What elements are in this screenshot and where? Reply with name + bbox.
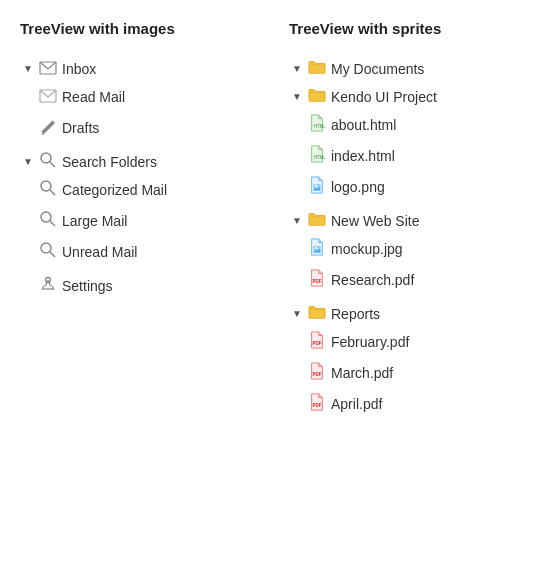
- svg-point-20: [315, 247, 317, 249]
- tree-item-abouthtml[interactable]: HTML about.html: [289, 112, 538, 137]
- svg-point-5: [41, 153, 51, 163]
- label-aprilpdf: April.pdf: [331, 396, 382, 412]
- settings-icon: [39, 275, 57, 296]
- inbox-icon: [39, 58, 57, 79]
- arrow-kendoproject[interactable]: [291, 91, 303, 103]
- tree-node-newwebsite: New Web Site mockup.jpg PDF Research.pdf: [289, 205, 538, 298]
- svg-point-18: [315, 185, 317, 187]
- label-largemail: Large Mail: [62, 213, 127, 229]
- label-mydocs: My Documents: [331, 61, 424, 77]
- tree-item-drafts[interactable]: Drafts: [20, 115, 269, 140]
- tree-item-mockupjpg[interactable]: mockup.jpg: [289, 236, 538, 261]
- svg-text:PDF: PDF: [313, 341, 322, 346]
- svg-line-12: [50, 252, 55, 257]
- search-icon: [39, 241, 57, 262]
- folder-yellow-icon: [308, 58, 326, 79]
- label-mockupjpg: mockup.jpg: [331, 241, 403, 257]
- svg-text:PDF: PDF: [313, 279, 322, 284]
- right-tree: My Documents Kendo UI Project HTML about…: [289, 53, 538, 425]
- label-abouthtml: about.html: [331, 117, 396, 133]
- label-unreadmail: Unread Mail: [62, 244, 137, 260]
- tree-item-aprilpdf[interactable]: PDF April.pdf: [289, 391, 538, 416]
- file-html-icon: HTML: [308, 114, 326, 135]
- label-logopng: logo.png: [331, 179, 385, 195]
- arrow-reports[interactable]: [291, 308, 303, 320]
- svg-text:PDF: PDF: [313, 403, 322, 408]
- tree-node-mockupjpg: mockup.jpg: [289, 233, 538, 264]
- tree-item-logopng[interactable]: logo.png: [289, 174, 538, 199]
- svg-line-6: [50, 162, 55, 167]
- right-panel: TreeView with sprites My Documents Kendo…: [289, 20, 538, 425]
- search-icon: [39, 151, 57, 172]
- file-img-icon: [308, 176, 326, 197]
- svg-point-9: [41, 212, 51, 222]
- svg-text:PDF: PDF: [313, 372, 322, 377]
- tree-item-februarypdf[interactable]: PDF February.pdf: [289, 329, 538, 354]
- label-inbox: Inbox: [62, 61, 96, 77]
- label-indexhtml: index.html: [331, 148, 395, 164]
- file-pdf-icon: PDF: [308, 269, 326, 290]
- left-panel: TreeView with images Inbox Read Mail Dra…: [20, 20, 269, 425]
- tree-node-readmail: Read Mail: [20, 81, 269, 112]
- drafts-icon: [39, 117, 57, 138]
- arrow-inbox[interactable]: [22, 63, 34, 75]
- svg-text:HTML: HTML: [313, 124, 326, 129]
- label-researchpdf: Research.pdf: [331, 272, 414, 288]
- tree-item-unreadmail[interactable]: Unread Mail: [20, 239, 269, 264]
- tree-item-newwebsite[interactable]: New Web Site: [289, 208, 538, 233]
- arrow-mydocs[interactable]: [291, 63, 303, 75]
- label-reports: Reports: [331, 306, 380, 322]
- tree-item-largemail[interactable]: Large Mail: [20, 208, 269, 233]
- svg-point-11: [41, 243, 51, 253]
- label-categorizedmail: Categorized Mail: [62, 182, 167, 198]
- svg-line-10: [50, 221, 55, 226]
- label-marchpdf: March.pdf: [331, 365, 393, 381]
- file-pdf-icon: PDF: [308, 331, 326, 352]
- svg-line-8: [50, 190, 55, 195]
- tree-node-reports: Reports PDF February.pdf PDF March.pdf P…: [289, 298, 538, 422]
- tree-node-researchpdf: PDF Research.pdf: [289, 264, 538, 295]
- tree-node-kendoproject: Kendo UI Project HTML about.html HTML in…: [289, 81, 538, 205]
- tree-node-settings: Settings: [20, 270, 269, 301]
- folder-yellow-icon: [308, 210, 326, 231]
- folder-yellow-icon: [308, 303, 326, 324]
- folder-yellow-icon: [308, 86, 326, 107]
- tree-item-readmail[interactable]: Read Mail: [20, 84, 269, 109]
- tree-node-largemail: Large Mail: [20, 205, 269, 236]
- file-pdf-icon: PDF: [308, 393, 326, 414]
- file-pdf-icon: PDF: [308, 362, 326, 383]
- tree-item-researchpdf[interactable]: PDF Research.pdf: [289, 267, 538, 292]
- arrow-searchfolders[interactable]: [22, 156, 34, 168]
- label-readmail: Read Mail: [62, 89, 125, 105]
- svg-text:HTML: HTML: [313, 155, 326, 160]
- tree-node-searchfolders: Search Folders Categorized Mail Large Ma…: [20, 146, 269, 270]
- tree-item-searchfolders[interactable]: Search Folders: [20, 149, 269, 174]
- tree-item-marchpdf[interactable]: PDF March.pdf: [289, 360, 538, 385]
- label-settings: Settings: [62, 278, 113, 294]
- tree-item-categorizedmail[interactable]: Categorized Mail: [20, 177, 269, 202]
- label-kendoproject: Kendo UI Project: [331, 89, 437, 105]
- tree-node-inbox: Inbox Read Mail Drafts: [20, 53, 269, 146]
- left-tree: Inbox Read Mail Drafts Search Folders Ca…: [20, 53, 269, 301]
- tree-node-logopng: logo.png: [289, 171, 538, 202]
- tree-item-indexhtml[interactable]: HTML index.html: [289, 143, 538, 168]
- right-title: TreeView with sprites: [289, 20, 538, 37]
- arrow-newwebsite[interactable]: [291, 215, 303, 227]
- tree-item-inbox[interactable]: Inbox: [20, 56, 269, 81]
- tree-node-drafts: Drafts: [20, 112, 269, 143]
- tree-node-marchpdf: PDF March.pdf: [289, 357, 538, 388]
- tree-node-categorizedmail: Categorized Mail: [20, 174, 269, 205]
- label-februarypdf: February.pdf: [331, 334, 409, 350]
- tree-item-reports[interactable]: Reports: [289, 301, 538, 326]
- svg-point-7: [41, 181, 51, 191]
- tree-node-mydocs: My Documents Kendo UI Project HTML about…: [289, 53, 538, 425]
- label-newwebsite: New Web Site: [331, 213, 419, 229]
- tree-item-kendoproject[interactable]: Kendo UI Project: [289, 84, 538, 109]
- tree-node-aprilpdf: PDF April.pdf: [289, 388, 538, 419]
- search-icon: [39, 179, 57, 200]
- svg-point-13: [46, 278, 51, 283]
- tree-item-settings[interactable]: Settings: [20, 273, 269, 298]
- tree-item-mydocs[interactable]: My Documents: [289, 56, 538, 81]
- left-title: TreeView with images: [20, 20, 269, 37]
- tree-node-abouthtml: HTML about.html: [289, 109, 538, 140]
